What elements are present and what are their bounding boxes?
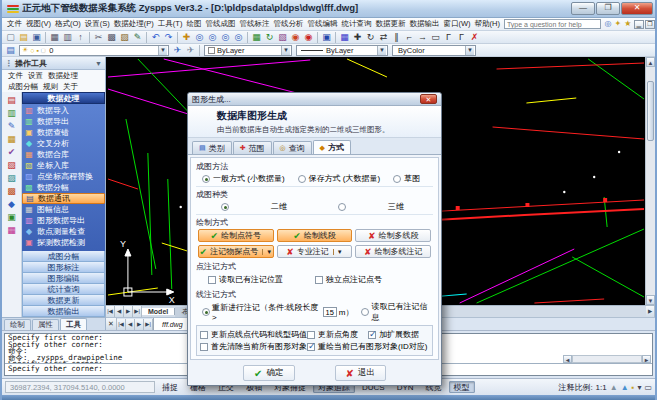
annotation-scale-value[interactable]: 1:1 — [596, 383, 607, 392]
paste-button[interactable]: ▨ — [118, 31, 131, 43]
menu-数据输出[interactable]: 数据输出 — [407, 18, 441, 30]
menu-统计查询[interactable]: 统计查询 — [339, 18, 373, 30]
doc-nav-last[interactable]: ▶| — [144, 319, 153, 330]
checkbox[interactable] — [200, 331, 208, 339]
layer-combo[interactable]: ☀○▪■ 0 ▼ — [19, 45, 169, 56]
layer-combo-arrow[interactable]: ▼ — [158, 46, 167, 55]
zoom-realtime-button[interactable]: ◎ — [193, 31, 206, 43]
checkbox[interactable] — [368, 331, 376, 339]
lineweight-combo[interactable]: ByColor ▼ — [392, 45, 476, 56]
zoom-extents-button[interactable]: ◎ — [232, 31, 245, 43]
option-check-更新点角度[interactable]: 更新点角度 — [307, 329, 368, 340]
tool-layers-icon[interactable]: ▧ — [4, 159, 20, 171]
dialog-tab-范围[interactable]: ✚范围 — [233, 141, 272, 154]
3d-orbit-button[interactable]: ◉ — [289, 31, 302, 43]
menu-管线编辑[interactable]: 管线编辑 — [305, 18, 339, 30]
mdi-minimize-button[interactable]: ▁ — [634, 20, 644, 29]
draw-button-绘制点符号[interactable]: ✔绘制点符号 — [198, 229, 274, 242]
annotation-autoscale-icon[interactable]: ▲ — [621, 383, 629, 392]
panel-menu-文件[interactable]: 文件 — [6, 71, 25, 81]
tool-item-数据通讯[interactable]: ▤数据通讯 — [22, 193, 105, 204]
redraw-button[interactable]: ▦ — [250, 31, 263, 43]
pin-icon[interactable]: ▼ — [95, 60, 102, 67]
render-button[interactable]: ◉ — [302, 31, 315, 43]
favorites-icon[interactable]: ★ — [623, 19, 633, 29]
save-button[interactable]: ▣ — [30, 31, 43, 43]
layout-tab-Model[interactable]: Model — [142, 308, 175, 315]
vertical-scroll-thumb[interactable] — [647, 81, 654, 141]
menu-数据更新[interactable]: 数据更新 — [373, 18, 407, 30]
menu-视图(V)[interactable]: 视图(V) — [24, 18, 53, 30]
tool-palette-icon[interactable]: ▦ — [4, 224, 20, 236]
extend-button[interactable]: → — [416, 31, 429, 43]
vertical-scrollbar[interactable]: ▲ ▼ — [645, 57, 655, 305]
redo-button[interactable]: ↷ — [162, 31, 175, 43]
zoom-previous-button[interactable]: ◎ — [219, 31, 232, 43]
command-scroll-track[interactable] — [572, 355, 642, 363]
copy-button[interactable]: ▩ — [105, 31, 118, 43]
doc-nav-next[interactable]: ▶ — [135, 319, 144, 330]
tool-map-icon[interactable]: ◆ — [4, 198, 20, 210]
group-button-成图分幅[interactable]: 成图分幅 — [22, 251, 105, 262]
line-note-renew-radio[interactable] — [202, 308, 210, 316]
point-check-独立点注记点号[interactable]: 独立点注记点号 — [315, 274, 382, 285]
document-close-button[interactable]: ✕ — [106, 318, 117, 330]
plot-button[interactable]: ▦ — [48, 31, 61, 43]
method-radio-保存方式 (大数据量)[interactable] — [298, 175, 306, 183]
communication-center-icon[interactable]: ✦ — [613, 19, 623, 29]
option-check-首先清除当前所有图形对象[interactable]: 首先清除当前所有图形对象 — [200, 341, 307, 352]
offset-button[interactable]: ∥ — [390, 31, 403, 43]
menu-设置(S)[interactable]: 设置(S) — [83, 18, 112, 30]
panel-menu-关于[interactable]: 关于 — [61, 82, 80, 92]
tool-db-icon[interactable]: ▩ — [4, 185, 20, 197]
draw-button-绘制线段[interactable]: ✔绘制线段 — [277, 229, 353, 242]
undo-button[interactable]: ↶ — [149, 31, 162, 43]
menu-管线成图[interactable]: 管线成图 — [203, 18, 237, 30]
panel-menu-数据处理[interactable]: 数据处理 — [46, 71, 80, 81]
group-button-数据输出[interactable]: 数据输出 — [22, 306, 105, 317]
tool-open-icon[interactable]: ▥ — [4, 107, 20, 119]
dialog-close-button[interactable]: ✕ — [420, 94, 437, 104]
draw-button-绘制多线注记[interactable]: ✘绘制多线注记 — [355, 245, 431, 258]
dropdown-arrow-icon[interactable]: ▼ — [333, 249, 343, 255]
dialog-tab-方式[interactable]: ◆方式 — [313, 140, 351, 154]
ok-button[interactable]: ✔ 确定 — [243, 365, 294, 381]
new-button[interactable]: ▢ — [4, 31, 17, 43]
panel-tab-工具[interactable]: 工具 — [60, 318, 87, 330]
command-scrollbar[interactable]: ◀ ▶ — [563, 355, 651, 363]
fillet-button[interactable]: Γ — [442, 31, 455, 43]
layout-nav-first[interactable]: |◀ — [106, 306, 115, 317]
status-toggle-捕捉[interactable]: 捕捉 — [157, 381, 183, 393]
draw-button-绘制多线段[interactable]: ✘绘制多线段 — [355, 229, 431, 242]
tool-item-图幅信息[interactable]: ▦图幅信息 — [22, 204, 105, 215]
panel-menu-规则[interactable]: 规则 — [41, 82, 60, 92]
option-check-加扩展数据[interactable]: 加扩展数据 — [368, 329, 429, 340]
dropdown-arrow-icon[interactable]: ▼ — [262, 249, 272, 255]
tool-item-探测数据检测[interactable]: ▣探测数据检测 — [22, 237, 105, 248]
segment-length-input[interactable] — [323, 307, 337, 317]
named-views-button[interactable]: ▧ — [276, 31, 289, 43]
close-button[interactable]: ✕ — [621, 2, 653, 15]
scroll-up-arrow[interactable]: ▲ — [646, 57, 655, 67]
regen-button[interactable]: ↻ — [263, 31, 276, 43]
erase-button[interactable]: ✗ — [468, 31, 481, 43]
layout-nav-last[interactable]: ▶| — [133, 306, 142, 317]
doc-nav-previous[interactable]: ◀ — [126, 319, 135, 330]
menu-工具(T)[interactable]: 工具(T) — [156, 18, 185, 30]
tool-item-点坐标高程替换[interactable]: ▨点坐标高程替换 — [22, 171, 105, 182]
group-button-统计查询[interactable]: 统计查询 — [22, 284, 105, 295]
scroll-right-arrow[interactable]: ▶ — [646, 306, 655, 317]
plot-preview-button[interactable]: ▥ — [61, 31, 74, 43]
layer-previous-button[interactable]: ✈ — [184, 44, 197, 56]
move-button[interactable]: ✚ — [351, 31, 364, 43]
method-radio-一般方式 (小数据量)[interactable] — [202, 175, 210, 183]
tool-grid-icon[interactable]: ▦ — [4, 133, 20, 145]
command-scroll-left[interactable]: ◀ — [563, 355, 572, 363]
exit-button[interactable]: ✘ 退出 — [335, 365, 386, 381]
annotation-visibility-icon[interactable]: ▲ — [610, 383, 618, 392]
status-toggle-模型[interactable]: 模型 — [449, 381, 475, 393]
dialog-tab-查询[interactable]: ◎查询 — [273, 141, 312, 154]
array-button[interactable]: ▦ — [338, 31, 351, 43]
menu-管线标注[interactable]: 管线标注 — [237, 18, 271, 30]
mdi-restore-button[interactable]: ❐ — [645, 20, 655, 29]
